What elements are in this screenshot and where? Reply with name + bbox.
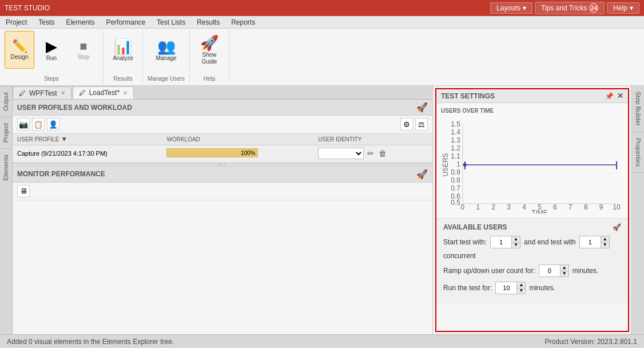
help-button[interactable]: Help ▾ xyxy=(607,2,639,14)
start-test-down[interactable]: ▼ xyxy=(512,242,520,248)
test-settings-header: TEST SETTINGS 📌 ✕ xyxy=(436,89,628,103)
run-for-down[interactable]: ▼ xyxy=(517,288,525,294)
stop-button[interactable]: ■ Stop xyxy=(69,31,98,69)
identity-select[interactable] xyxy=(318,148,364,159)
ramp-input[interactable]: 0 xyxy=(539,265,560,276)
filter-icon[interactable]: ▼ xyxy=(61,135,67,143)
ribbon: ✏️ Design ▶ Run ■ Stop Steps 📊 Analyze R… xyxy=(0,29,644,86)
menu-item-project[interactable]: Project xyxy=(0,16,33,28)
svg-text:3: 3 xyxy=(507,203,511,211)
pin-icon[interactable]: 📌 xyxy=(605,92,614,100)
results-group-label: Results xyxy=(113,74,132,83)
available-users-header: AVAILABLE USERS 🚀 xyxy=(443,223,621,231)
run-for-input[interactable]: 10 xyxy=(496,282,516,294)
add-capture-button[interactable]: 📷 xyxy=(17,118,30,130)
ramp-down[interactable]: ▼ xyxy=(560,271,569,276)
menu-item-tests[interactable]: Tests xyxy=(33,16,60,28)
loadtest-close-icon[interactable]: ✕ xyxy=(123,90,128,96)
chart-label: USERS OVER TIME xyxy=(441,108,623,114)
manage-button[interactable]: 👥 Manage xyxy=(152,31,181,69)
ribbon-group-results: 📊 Analyze Results xyxy=(104,31,143,83)
user-profiles-section: USER PROFILES AND WORKLOAD 🚀 📷 📋 👤 ⚙ ⚖ U… xyxy=(13,100,432,163)
user-profiles-table: USER PROFILE ▼ WORKLOAD USER IDENTITY Ca… xyxy=(13,133,432,163)
svg-text:2: 2 xyxy=(491,203,495,211)
svg-text:1.5: 1.5 xyxy=(451,120,460,128)
right-panel: TEST SETTINGS 📌 ✕ USERS OVER TIME USERS xyxy=(432,86,644,334)
svg-text:1.2: 1.2 xyxy=(451,144,460,152)
design-button[interactable]: ✏️ Design xyxy=(5,31,34,69)
monitor-section: MONITOR PERFORMANCE 🚀 🖥 xyxy=(13,167,432,335)
steps-group-label: Steps xyxy=(44,74,59,83)
sidebar-item-properties[interactable]: Properties xyxy=(632,132,644,173)
help-group-label: Help xyxy=(204,74,216,83)
app-title: TEST STUDIO xyxy=(5,4,50,12)
available-users-rocket-icon[interactable]: 🚀 xyxy=(613,223,621,231)
close-settings-icon[interactable]: ✕ xyxy=(617,92,623,100)
tab-bar: 🖊 WPFTest ✕ 🖊 LoadTest* ✕ xyxy=(13,86,432,100)
col-header-identity: USER IDENTITY xyxy=(313,133,432,145)
workload-bar: 100% xyxy=(166,148,258,157)
ramp-up[interactable]: ▲ xyxy=(560,265,569,271)
design-icon: ✏️ xyxy=(12,40,27,53)
sidebar-item-step-builder[interactable]: Step Builder xyxy=(632,86,644,132)
end-test-down[interactable]: ▼ xyxy=(601,242,609,248)
sidebar-item-output[interactable]: Output xyxy=(0,86,12,117)
add-user-button[interactable]: 👤 xyxy=(47,118,59,130)
tab-loadtest[interactable]: 🖊 LoadTest* ✕ xyxy=(73,86,134,99)
menu-item-performance[interactable]: Performance xyxy=(100,16,151,28)
svg-text:0.8: 0.8 xyxy=(451,176,460,184)
stop-icon: ■ xyxy=(79,40,87,53)
clone-button[interactable]: 📋 xyxy=(32,118,45,130)
manage-icon: 👥 xyxy=(157,39,176,54)
delete-identity-button[interactable]: 🗑 xyxy=(377,148,388,159)
identity-cell: ✏ 🗑 xyxy=(313,145,432,162)
end-test-input[interactable]: 1 xyxy=(580,236,601,248)
sidebar-item-elements[interactable]: Elements xyxy=(0,148,12,187)
svg-text:10: 10 xyxy=(613,203,621,211)
left-side-tabs: Output Project Elements xyxy=(0,86,13,334)
center-panel: 🖊 WPFTest ✕ 🖊 LoadTest* ✕ USER PROFILES … xyxy=(13,86,432,334)
menu-item-testlists[interactable]: Test Lists xyxy=(151,16,191,28)
tips-tricks-button[interactable]: Tips and Tricks 24 xyxy=(535,2,605,14)
user-profiles-rocket-icon[interactable]: 🚀 xyxy=(416,102,428,113)
edit-identity-button[interactable]: ✏ xyxy=(366,148,375,159)
menu-item-reports[interactable]: Reports xyxy=(225,16,261,28)
user-profiles-header: USER PROFILES AND WORKLOAD 🚀 xyxy=(13,100,432,116)
tab-wpftest[interactable]: 🖊 WPFTest ✕ xyxy=(13,86,71,99)
svg-text:1: 1 xyxy=(456,160,460,168)
user-profiles-toolbar: 📷 📋 👤 ⚙ ⚖ xyxy=(13,116,432,133)
monitor-header: MONITOR PERFORMANCE 🚀 xyxy=(13,167,432,183)
ramp-spinbox[interactable]: 0 ▲ ▼ xyxy=(539,264,569,277)
users-over-time-chart: USERS xyxy=(441,116,623,213)
start-test-up[interactable]: ▲ xyxy=(512,236,520,242)
monitor-rocket-icon[interactable]: 🚀 xyxy=(416,169,428,180)
analyze-button[interactable]: 📊 Analyze xyxy=(108,31,138,69)
start-test-spinbox[interactable]: 1 ▲ ▼ xyxy=(490,236,520,248)
svg-text:0.5: 0.5 xyxy=(451,199,460,207)
ribbon-group-help: 🚀 Show Guide Help xyxy=(190,31,229,83)
svg-text:1.4: 1.4 xyxy=(451,128,460,136)
show-guide-button[interactable]: 🚀 Show Guide xyxy=(194,31,224,69)
add-monitor-button[interactable]: 🖥 xyxy=(17,185,30,197)
end-test-up[interactable]: ▲ xyxy=(601,236,609,242)
start-test-input[interactable]: 1 xyxy=(491,236,511,248)
ribbon-group-manage-users: 👥 Manage Manage Users xyxy=(143,31,190,83)
menu-item-results[interactable]: Results xyxy=(191,16,225,28)
layouts-button[interactable]: Layouts ▾ xyxy=(490,2,532,14)
table-row: Capture (9/21/2023 4:17:30 PM) 100% ✏ 🗑 xyxy=(13,145,432,163)
end-test-spinbox[interactable]: 1 ▲ ▼ xyxy=(579,236,610,248)
settings-button[interactable]: ⚙ xyxy=(400,118,413,130)
svg-text:TIME: TIME xyxy=(531,209,548,213)
menu-item-elements[interactable]: Elements xyxy=(60,16,100,28)
sidebar-item-project[interactable]: Project xyxy=(0,117,12,148)
balance-button[interactable]: ⚖ xyxy=(415,118,428,130)
svg-text:USERS: USERS xyxy=(442,153,450,176)
run-for-up[interactable]: ▲ xyxy=(517,282,525,288)
menu-bar: Project Tests Elements Performance Test … xyxy=(0,16,644,29)
run-button[interactable]: ▶ Run xyxy=(37,31,66,69)
analyze-icon: 📊 xyxy=(114,39,132,54)
svg-text:1.1: 1.1 xyxy=(451,152,460,160)
run-for-spinbox[interactable]: 10 ▲ ▼ xyxy=(495,282,526,294)
wpftest-close-icon[interactable]: ✕ xyxy=(61,90,65,96)
svg-text:1: 1 xyxy=(476,203,480,211)
